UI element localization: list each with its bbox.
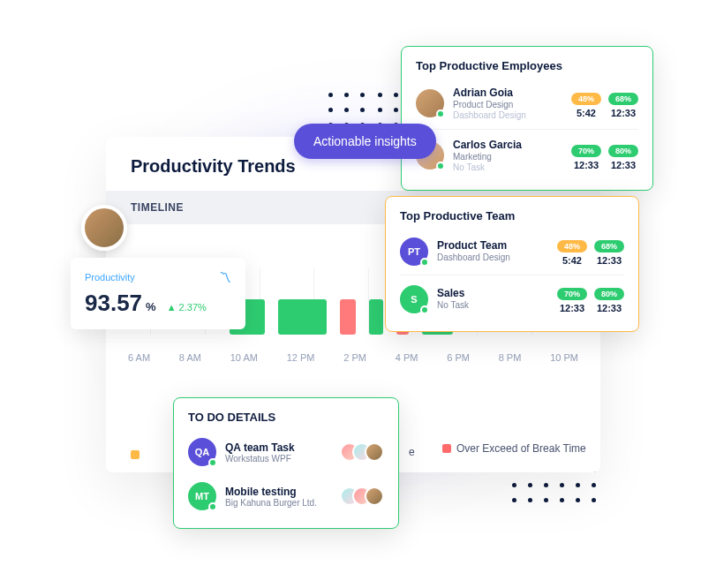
legend-item (131, 450, 139, 459)
team-row[interactable]: PT Product Team Dashboard Design 48% 5:4… (400, 231, 624, 271)
employee-row[interactable]: Carlos Garcia Marketing No Task 70% 12:3… (416, 129, 638, 177)
legend-item-break: Over Exceed of Break Time (442, 442, 586, 455)
stat-time: 5:42 (571, 108, 601, 118)
todo-row[interactable]: QA QA team Task Workstatus WPF (188, 433, 384, 471)
time-axis: 6 AM 8 AM 10 AM 12 PM 2 PM 4 PM 6 PM 8 P… (128, 352, 578, 363)
stat-badge: 70% (571, 145, 601, 157)
assignee-avatar (365, 442, 384, 462)
trend-line-icon: 〽 (219, 270, 231, 284)
avatar-initials: MT (195, 491, 209, 501)
status-dot-icon (208, 458, 217, 467)
team-stats: 70% 12:33 80% 12:33 (557, 284, 624, 313)
employee-info: Carlos Garcia Marketing No Task (453, 139, 562, 172)
stat-badge: 48% (557, 240, 587, 253)
employee-info: Adrian Goia Product Design Dashboard Des… (453, 87, 562, 120)
assignee-avatar (365, 486, 384, 506)
todo-name: QA team Task (225, 441, 331, 454)
team-task: Dashboard Design (437, 252, 548, 263)
team-info: Sales No Task (437, 287, 548, 311)
team-avatar: S (400, 285, 428, 313)
status-dot-icon (436, 109, 445, 118)
stat-time: 12:33 (571, 160, 601, 170)
axis-tick: 10 AM (230, 352, 258, 363)
top-employees-panel: Top Productive Employees Adrian Goia Pro… (401, 46, 653, 191)
axis-tick: 6 AM (128, 352, 150, 363)
metric-value: 93.57 (85, 290, 142, 317)
stat-badge: 70% (557, 288, 587, 300)
avatar-initials: QA (195, 447, 210, 457)
todo-row[interactable]: MT Mobile testing Big Kahuna Burger Ltd. (188, 477, 384, 516)
employee-row[interactable]: Adrian Goia Product Design Dashboard Des… (416, 81, 638, 125)
employee-avatar (416, 89, 444, 117)
employee-stats: 48% 5:42 68% 12:33 (571, 89, 638, 118)
avatar-initials: PT (408, 246, 420, 257)
team-stats: 48% 5:42 68% 12:33 (557, 237, 624, 266)
stat-time: 5:42 (557, 255, 587, 266)
legend-partial-text: e (409, 446, 415, 458)
panel-title: TO DO DETAILS (188, 411, 384, 424)
todo-details-panel: TO DO DETAILS QA QA team Task Workstatus… (173, 397, 399, 529)
stat-badge: 48% (571, 93, 601, 105)
metric-delta: ▲ 2.37% (167, 302, 207, 313)
assignee-avatars[interactable] (340, 486, 384, 506)
status-dot-icon (208, 502, 217, 511)
todo-project: Big Kahuna Burger Ltd. (225, 498, 331, 508)
top-teams-panel: Top Productive Team PT Product Team Dash… (385, 196, 639, 332)
metric-unit: % (146, 300, 156, 313)
employee-task: No Task (453, 162, 562, 172)
panel-title: Top Productive Employees (416, 59, 638, 72)
todo-project: Workstatus WPF (225, 454, 331, 464)
legend-swatch-icon (442, 444, 451, 453)
axis-tick: 12 PM (287, 352, 315, 363)
axis-tick: 2 PM (343, 352, 366, 363)
stat-badge: 68% (594, 240, 624, 253)
stat-time: 12:33 (594, 303, 624, 313)
legend-label: Over Exceed of Break Time (456, 442, 586, 455)
delta-value: 2.37% (179, 302, 207, 313)
todo-avatar: MT (188, 482, 216, 510)
legend-swatch-icon (131, 450, 139, 459)
axis-tick: 8 AM (179, 352, 201, 363)
delta-arrow-icon: ▲ (167, 302, 177, 313)
avatar-initials: S (411, 294, 417, 305)
productivity-metric-card[interactable]: Productivity 〽 93.57 % ▲ 2.37% (71, 258, 245, 329)
activity-bar[interactable] (278, 299, 327, 335)
insights-pill[interactable]: Actionable insights (294, 124, 436, 159)
stat-time: 12:33 (594, 255, 624, 266)
activity-bar[interactable] (340, 299, 356, 335)
stat-time: 12:33 (608, 160, 638, 170)
team-name: Product Team (437, 239, 548, 252)
stat-badge: 80% (608, 145, 638, 157)
todo-name: Mobile testing (225, 486, 331, 498)
user-avatar[interactable] (81, 205, 127, 251)
metric-value-row: 93.57 % ▲ 2.37% (85, 290, 231, 317)
team-row[interactable]: S Sales No Task 70% 12:33 80% 12:33 (400, 275, 624, 319)
decorative-dots (512, 468, 597, 502)
employee-stats: 70% 12:33 80% 12:33 (571, 141, 638, 170)
team-task: No Task (437, 299, 548, 311)
assignee-avatars[interactable] (340, 442, 384, 462)
stat-badge: 68% (608, 93, 638, 105)
employee-dept: Marketing (453, 151, 562, 162)
status-dot-icon (420, 305, 429, 314)
employee-name: Adrian Goia (453, 87, 562, 99)
activity-bar[interactable] (369, 299, 383, 335)
status-dot-icon (420, 258, 429, 267)
axis-tick: 10 PM (550, 352, 578, 363)
employee-dept: Product Design (453, 99, 562, 110)
panel-title: Top Productive Team (400, 209, 624, 222)
todo-avatar: QA (188, 438, 216, 466)
axis-tick: 4 PM (396, 352, 418, 363)
employee-task: Dashboard Design (453, 110, 562, 120)
status-dot-icon (436, 162, 445, 170)
metric-label: Productivity (85, 272, 135, 283)
team-name: Sales (437, 287, 548, 299)
axis-tick: 8 PM (499, 352, 522, 363)
stat-time: 12:33 (608, 108, 638, 118)
team-avatar: PT (400, 237, 428, 266)
stat-time: 12:33 (557, 303, 587, 313)
todo-info: QA team Task Workstatus WPF (225, 441, 331, 464)
team-info: Product Team Dashboard Design (437, 239, 548, 263)
axis-tick: 6 PM (447, 352, 470, 363)
employee-name: Carlos Garcia (453, 139, 562, 151)
